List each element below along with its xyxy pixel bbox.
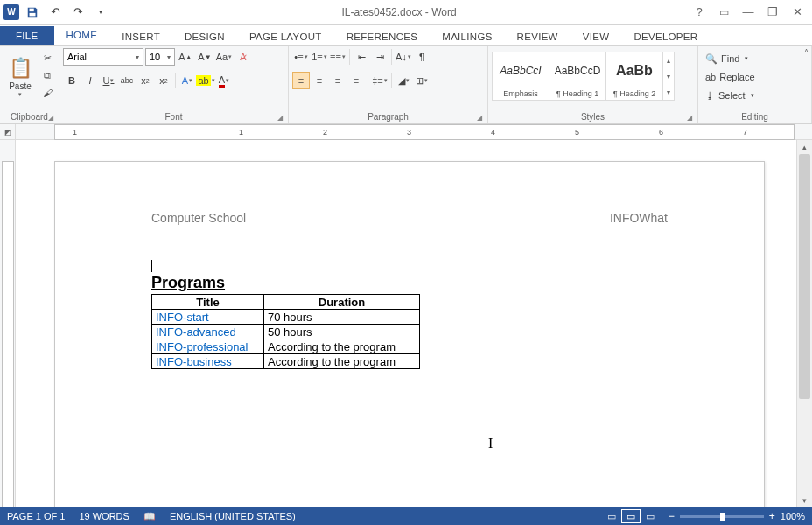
group-font: Arial▾ 10▾ A▲ A▼ Aa A̷ B I U abc x2 x2 A… — [60, 46, 289, 123]
status-wordcount[interactable]: 19 WORDS — [79, 511, 129, 522]
programs-heading: Programs — [151, 274, 668, 292]
shrink-font-button[interactable]: A▼ — [196, 48, 214, 66]
view-web-button[interactable]: ▭ — [640, 509, 660, 523]
close-button[interactable]: ✕ — [786, 3, 808, 22]
shading-button[interactable]: ◢ — [395, 72, 412, 89]
tab-home[interactable]: HOME — [54, 26, 110, 46]
zoom-thumb[interactable] — [720, 513, 725, 521]
underline-button[interactable]: U — [100, 72, 117, 89]
tab-developer[interactable]: DEVELOPER — [621, 28, 710, 46]
zoom-level[interactable]: 100% — [780, 511, 805, 522]
increase-indent-button[interactable]: ⇥ — [371, 48, 388, 66]
bold-button[interactable]: B — [63, 72, 80, 89]
tab-design[interactable]: DESIGN — [172, 28, 237, 46]
ruler-corner[interactable]: ◩ — [0, 124, 16, 140]
group-editing: 🔍Find▾ abReplace ⭳Select▾ Editing — [698, 46, 812, 123]
select-button[interactable]: ⭳Select▾ — [702, 87, 759, 104]
programs-table: Title Duration INFO-start70 hours INFO-a… — [151, 294, 420, 369]
bullets-button[interactable]: •≡ — [292, 48, 310, 66]
ruler-vertical[interactable] — [0, 140, 16, 508]
style-heading-2[interactable]: AaBb ¶ Heading 2 — [606, 52, 663, 101]
font-color-button[interactable]: A — [215, 72, 233, 89]
zoom-slider[interactable] — [680, 515, 764, 518]
page-header: Computer School INFOWhat — [55, 162, 764, 225]
sort-button[interactable]: A↓ — [395, 48, 412, 66]
tab-references[interactable]: REFERENCES — [334, 28, 430, 46]
status-page[interactable]: PAGE 1 OF 1 — [7, 511, 65, 522]
status-language[interactable]: ENGLISH (UNITED STATES) — [170, 511, 296, 522]
style-preview: AaBbCcI — [500, 52, 541, 89]
collapse-ribbon-button[interactable]: ˄ — [804, 48, 808, 58]
qat-customize-button[interactable]: ▾ — [91, 3, 110, 22]
align-center-button[interactable]: ≡ — [311, 72, 328, 89]
change-case-button[interactable]: Aa — [215, 48, 233, 66]
show-marks-button[interactable]: ¶ — [413, 48, 430, 66]
tab-review[interactable]: REVIEW — [505, 28, 570, 46]
page-viewport[interactable]: Computer School INFOWhat Programs Title … — [16, 140, 796, 508]
scroll-up-button[interactable]: ▴ — [797, 140, 812, 154]
highlight-button[interactable]: ab — [197, 72, 214, 89]
line-spacing-button[interactable]: ‡≡ — [371, 72, 388, 89]
style-emphasis[interactable]: AaBbCcI Emphasis — [492, 52, 550, 101]
select-label: Select — [718, 90, 746, 101]
zoom-out-button[interactable]: − — [668, 510, 675, 522]
status-proofing-icon[interactable]: 📖 — [144, 511, 156, 522]
find-button[interactable]: 🔍Find▾ — [702, 50, 759, 67]
page-body[interactable]: Programs Title Duration INFO-start70 hou… — [55, 225, 764, 369]
decrease-indent-button[interactable]: ⇤ — [353, 48, 370, 66]
font-size-combo[interactable]: 10▾ — [145, 48, 175, 66]
view-print-button[interactable]: ▭ — [621, 509, 640, 523]
cut-button[interactable]: ✂ — [39, 50, 55, 66]
restore-button[interactable]: ❐ — [761, 3, 784, 22]
save-button[interactable] — [23, 3, 42, 22]
copy-button[interactable]: ⧉ — [39, 67, 55, 83]
scroll-thumb[interactable] — [799, 154, 810, 399]
multilevel-button[interactable]: ≡≡ — [329, 48, 346, 66]
paragraph-launcher[interactable]: ◢ — [477, 114, 482, 122]
style-heading-1[interactable]: AaBbCcD ¶ Heading 1 — [549, 52, 606, 101]
align-left-button[interactable]: ≡ — [292, 72, 310, 89]
tab-mailings[interactable]: MAILINGS — [430, 28, 504, 46]
view-read-button[interactable]: ▭ — [602, 509, 621, 523]
borders-button[interactable]: ⊞ — [413, 72, 430, 89]
text-effects-button[interactable]: A — [178, 72, 196, 89]
justify-button[interactable]: ≡ — [347, 72, 365, 89]
minimize-button[interactable]: — — [737, 3, 760, 22]
tab-insert[interactable]: INSERT — [109, 28, 172, 46]
help-button[interactable]: ? — [688, 3, 710, 22]
numbering-button[interactable]: 1≡ — [311, 48, 328, 66]
tab-file[interactable]: FILE — [0, 26, 54, 46]
clipboard-launcher[interactable]: ◢ — [48, 114, 53, 122]
align-right-button[interactable]: ≡ — [329, 72, 346, 89]
table-cell: INFO-advanced — [152, 325, 264, 340]
scrollbar-vertical[interactable]: ▴ ▾ — [796, 140, 812, 508]
redo-button[interactable]: ↷ — [68, 3, 88, 22]
style-preview: AaBbCcD — [555, 52, 601, 89]
styles-launcher[interactable]: ◢ — [687, 114, 692, 122]
font-name-combo[interactable]: Arial▾ — [63, 48, 144, 66]
clear-formatting-button[interactable]: A̷ — [234, 48, 252, 66]
styles-more-button[interactable]: ▴▾▾ — [662, 52, 675, 101]
group-clipboard: 📋 Paste ▾ ✂ ⧉ 🖌 Clipboard◢ — [0, 46, 60, 123]
zoom-in-button[interactable]: + — [769, 510, 775, 522]
paste-label: Paste — [9, 81, 32, 91]
superscript-button[interactable]: x2 — [155, 72, 172, 89]
paste-button[interactable]: 📋 Paste ▾ — [4, 48, 37, 106]
style-preview: AaBb — [616, 52, 653, 89]
scroll-down-button[interactable]: ▾ — [797, 494, 812, 508]
ruler-horizontal[interactable]: ◩ 1 1 2 3 4 5 6 7 — [0, 124, 812, 140]
undo-button[interactable]: ↶ — [46, 3, 65, 22]
tab-page-layout[interactable]: PAGE LAYOUT — [237, 28, 334, 46]
subscript-button[interactable]: x2 — [136, 72, 154, 89]
table-cell: According to the program — [264, 354, 420, 369]
tab-view[interactable]: VIEW — [570, 28, 622, 46]
replace-button[interactable]: abReplace — [702, 68, 759, 86]
table-cell: 70 hours — [264, 310, 420, 325]
find-icon: 🔍 — [705, 53, 718, 65]
italic-button[interactable]: I — [81, 72, 99, 89]
strikethrough-button[interactable]: abc — [118, 72, 136, 89]
font-launcher[interactable]: ◢ — [277, 114, 283, 122]
ribbon-options-button[interactable]: ▭ — [712, 3, 735, 22]
grow-font-button[interactable]: A▲ — [177, 48, 194, 66]
format-painter-button[interactable]: 🖌 — [39, 85, 55, 101]
